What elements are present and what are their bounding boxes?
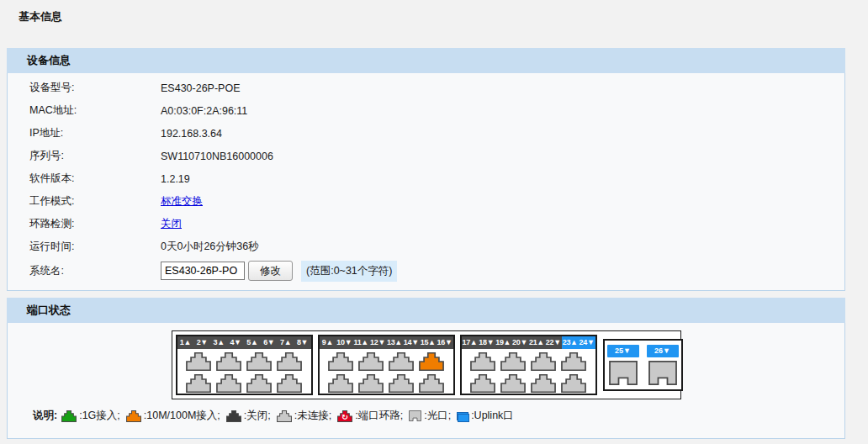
legend-label: :1G接入; (79, 409, 120, 423)
port-number-label: 4▼ (227, 336, 244, 349)
legend-disconnected-icon (277, 410, 292, 422)
port-number-label: 7▲ (278, 336, 294, 349)
device-info-row: 工作模式:标准交换 (8, 190, 844, 213)
device-info-row: MAC地址:A0:03:0F:2A:96:11 (8, 99, 844, 122)
sfp-port-column: 26▼ (647, 345, 679, 389)
sfp-port-25-icon (609, 361, 638, 385)
system-name-input[interactable] (161, 262, 245, 280)
info-value-link[interactable]: 关闭 (161, 217, 182, 231)
port-number-label: 14▼ (403, 336, 420, 349)
port-18-icon (470, 374, 495, 393)
info-label: MAC地址: (29, 103, 161, 118)
info-value: 0天0小时26分钟36秒 (161, 240, 259, 254)
device-info-row: 环路检测:关闭 (8, 213, 844, 235)
legend-100m-icon (126, 410, 141, 422)
legend-item: :光口; (409, 409, 451, 423)
port-legend: 说明: :1G接入;:10M/100M接入;:关闭;:未连接;↻:端口环路;:光… (33, 409, 844, 423)
uplink-port-label: 25▼ (607, 345, 639, 357)
port-number-label: 22▼ (545, 336, 562, 349)
port-group-header: 1▲2▼3▲4▼5▲6▼7▲8▼ (177, 336, 311, 349)
legend-item: ↻:端口环路; (337, 409, 403, 423)
port-status-panel-header: 端口状态 (7, 298, 845, 323)
device-info-row: 运行时间:0天0小时26分钟36秒 (8, 235, 844, 258)
legend-loop-icon: ↻ (337, 410, 352, 422)
device-info-row: 序列号:SW110710NB16000006 (8, 145, 844, 167)
port-group: 9▲10▼11▲12▼13▲14▼15▲16▼ (318, 335, 455, 395)
info-label: 序列号: (29, 149, 161, 163)
port-group-header: 17▲18▼19▲20▼21▲22▼23▲24▼ (462, 336, 595, 349)
page-title: 基本信息 (0, 0, 868, 24)
info-value: ES430-26P-POE (161, 82, 241, 94)
device-info-row: 软件版本:1.2.19 (8, 167, 844, 190)
uplink-port-label: 26▼ (647, 345, 679, 357)
device-info-row: IP地址:192.168.3.64 (8, 122, 844, 145)
port-number-label: 5▲ (244, 336, 261, 349)
info-value: A0:03:0F:2A:96:11 (161, 105, 247, 117)
port-8-icon (277, 374, 302, 393)
port-14-icon (389, 374, 414, 393)
legend-item: :关闭; (226, 409, 271, 423)
info-label: 工作模式: (29, 194, 161, 209)
port-group: 17▲18▼19▲20▼21▲22▼23▲24▼ (460, 335, 597, 395)
port-22-icon (531, 374, 556, 393)
port-23-icon (561, 352, 586, 371)
info-label: 软件版本: (29, 172, 161, 186)
info-value: 192.168.3.64 (161, 128, 222, 140)
legend-label: :未连接; (294, 409, 331, 423)
port-16-icon (419, 374, 444, 393)
legend-1g-icon (61, 410, 77, 422)
sfp-port-26-icon (648, 361, 677, 385)
port-19-icon (500, 352, 526, 371)
port-21-icon (531, 352, 556, 371)
legend-label: :10M/100M接入; (144, 409, 220, 423)
port-status-panel: 端口状态 1▲2▼3▲4▼5▲6▼7▲8▼9▲10▼11▲12▼13▲14▼15… (7, 298, 845, 439)
port-11-icon (358, 352, 384, 371)
port-24-icon (561, 374, 586, 393)
info-label: 运行时间: (29, 240, 161, 254)
port-number-label: 11▲ (352, 336, 369, 349)
device-info-row: 设备型号:ES430-26P-POE (8, 77, 844, 99)
device-info-panel: 设备信息 设备型号:ES430-26P-POEMAC地址:A0:03:0F:2A… (7, 48, 845, 291)
port-group-header: 9▲10▼11▲12▼13▲14▼15▲16▼ (320, 336, 453, 349)
port-9-icon (328, 352, 353, 371)
port-1-icon (186, 352, 211, 371)
port-10-icon (328, 374, 353, 393)
port-2-icon (186, 374, 211, 393)
port-3-icon (216, 352, 241, 371)
port-number-label: 24▼ (579, 336, 595, 349)
port-13-icon (389, 352, 414, 371)
port-number-label: 21▲ (528, 336, 545, 349)
port-number-label: 20▼ (511, 336, 528, 349)
port-number-label: 2▼ (193, 336, 210, 349)
legend-prefix: 说明: (33, 409, 57, 423)
port-number-label: 8▼ (294, 336, 311, 349)
legend-label: :Uplink口 (471, 409, 514, 423)
port-group: 1▲2▼3▲4▼5▲6▼7▲8▼ (176, 335, 313, 395)
port-number-label: 18▼ (478, 336, 495, 349)
legend-fiber-icon (409, 410, 421, 421)
port-number-label: 12▼ (369, 336, 386, 349)
port-number-label: 16▼ (437, 336, 453, 349)
svg-text:↻: ↻ (341, 413, 348, 421)
port-number-label: 6▼ (261, 336, 278, 349)
port-number-label: 23▲ (562, 336, 579, 349)
legend-closed-icon (226, 410, 241, 422)
legend-item: :Uplink口 (457, 409, 514, 423)
port-15-icon (419, 352, 444, 371)
modify-button[interactable]: 修改 (248, 261, 293, 281)
legend-item: :1G接入; (61, 409, 120, 423)
legend-label: :光口; (424, 409, 451, 423)
info-value-link[interactable]: 标准交换 (161, 194, 203, 209)
port-4-icon (216, 374, 241, 393)
legend-item: :未连接; (277, 409, 331, 423)
info-label: IP地址: (29, 126, 161, 140)
port-number-label: 19▲ (495, 336, 511, 349)
port-5-icon (246, 352, 272, 371)
port-12-icon (358, 374, 384, 393)
info-value: 1.2.19 (161, 173, 190, 185)
system-name-hint: (范围:0~31个字符) (301, 261, 397, 282)
info-label: 环路检测: (29, 217, 161, 231)
port-17-icon (470, 352, 495, 371)
port-diagram: 1▲2▼3▲4▼5▲6▼7▲8▼9▲10▼11▲12▼13▲14▼15▲16▼1… (172, 330, 681, 399)
port-number-label: 17▲ (462, 336, 479, 349)
